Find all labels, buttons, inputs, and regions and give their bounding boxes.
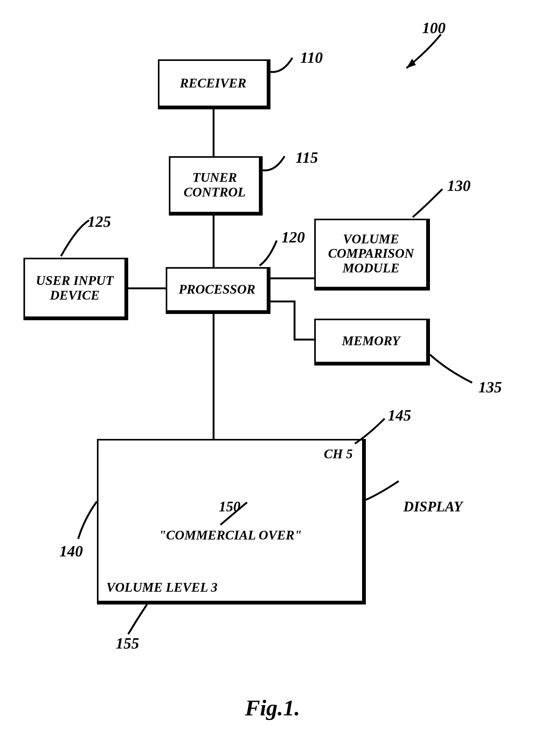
conn-userinput-processor [128, 287, 166, 289]
diagram-canvas: 100 RECEIVER 110 TUNER CONTROL 115 USER … [0, 0, 545, 756]
volume-module-label: VOLUME COMPARISON MODULE [318, 232, 424, 275]
user-input-block: USER INPUT DEVICE [23, 258, 128, 320]
ref-message: 150 [219, 498, 240, 515]
processor-block: PROCESSOR [166, 267, 270, 314]
processor-label: PROCESSOR [178, 282, 255, 296]
lead-volume-level [125, 603, 156, 637]
receiver-label: RECEIVER [180, 76, 246, 90]
lead-tuner [262, 153, 297, 178]
memory-block: MEMORY [314, 319, 430, 366]
display-volume: VOLUME LEVEL 3 [106, 580, 217, 594]
ref-volume-module: 130 [447, 177, 471, 195]
ref-channel: 145 [388, 406, 411, 424]
lead-memory [428, 351, 478, 389]
display-channel: CH 5 [324, 447, 353, 461]
lead-volume-module [411, 186, 452, 220]
conn-proc-volmod [270, 277, 314, 279]
receiver-block: RECEIVER [158, 59, 270, 109]
ref-tuner: 115 [296, 148, 318, 167]
ref-receiver: 110 [300, 48, 323, 67]
memory-label: MEMORY [342, 334, 400, 348]
display-message: "COMMERCIAL OVER" [98, 528, 362, 542]
user-input-label: USER INPUT DEVICE [27, 273, 122, 302]
tuner-block: TUNER CONTROL [169, 156, 262, 216]
display-side-label: DISPLAY [403, 498, 463, 515]
conn-tuner-processor [212, 216, 214, 267]
conn-proc-mem-v [294, 301, 296, 341]
conn-proc-mem-h [270, 301, 296, 302]
conn-receiver-tuner [212, 109, 214, 156]
ref-display: 140 [59, 542, 83, 560]
tuner-label: TUNER CONTROL [173, 170, 256, 199]
system-arrow [397, 31, 447, 72]
conn-proc-display [212, 314, 214, 439]
volume-module-block: VOLUME COMPARISON MODULE [314, 219, 430, 291]
lead-receiver [270, 55, 305, 80]
lead-display [75, 500, 103, 544]
ref-user-input: 125 [87, 212, 111, 231]
ref-volume-level: 155 [116, 634, 139, 652]
lead-display-label [364, 478, 405, 506]
figure-caption: Fig.1. [0, 695, 545, 721]
conn-proc-mem-h2 [294, 339, 314, 341]
ref-system: 100 [422, 19, 446, 37]
ref-memory: 135 [478, 378, 502, 396]
ref-processor: 120 [282, 228, 305, 246]
